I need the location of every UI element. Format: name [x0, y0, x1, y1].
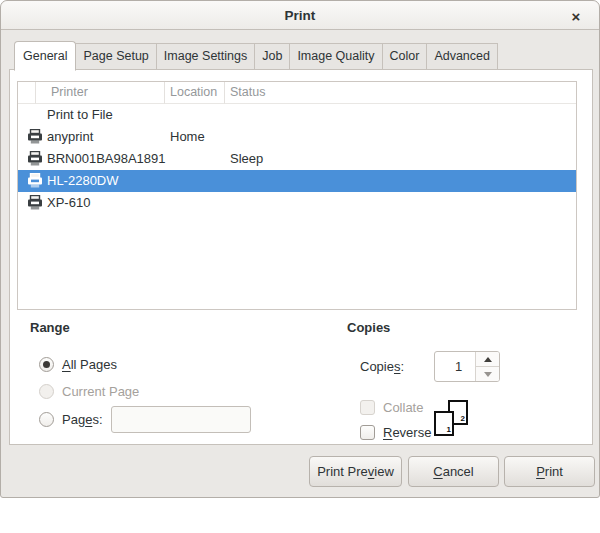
tab-general[interactable]: General — [14, 41, 76, 71]
printer-list-body: Print to FileanyprintHomeBRN001BA98A1891… — [18, 104, 576, 214]
tab-image-settings[interactable]: Image Settings — [156, 43, 255, 70]
tab-job[interactable]: Job — [254, 43, 290, 70]
tab-image-quality[interactable]: Image Quality — [289, 43, 382, 70]
copies-value[interactable]: 1 — [435, 352, 475, 381]
dialog-title: Print — [1, 1, 599, 30]
printer-list-header: Printer Location Status — [18, 82, 576, 104]
pages-label: Pages: — [62, 412, 103, 427]
collate-option: Collate — [360, 396, 423, 418]
close-icon[interactable]: × — [565, 5, 587, 27]
copies-count-label: Copies: — [360, 359, 404, 374]
column-header-status[interactable]: Status — [225, 82, 576, 104]
spin-down-button[interactable] — [476, 366, 499, 381]
pages-radio[interactable] — [39, 412, 54, 427]
printer-name: XP-610 — [47, 192, 90, 214]
print-dialog: Print × GeneralPage SetupImage SettingsJ… — [0, 0, 600, 498]
cancel-button[interactable]: Cancel — [408, 456, 499, 487]
copies-field-row: Copies: — [360, 355, 404, 377]
printer-name: anyprint — [47, 126, 93, 148]
spin-up-button[interactable] — [476, 352, 499, 366]
printer-status: Sleep — [230, 148, 263, 170]
tab-color[interactable]: Color — [382, 43, 428, 70]
tab-bar: GeneralPage SetupImage SettingsJobImage … — [15, 42, 498, 70]
reverse-option[interactable]: Reverse — [360, 421, 431, 443]
copies-group-title: Copies — [347, 320, 390, 335]
printer-row-xp-610[interactable]: XP-610 — [18, 192, 576, 214]
tab-page-setup[interactable]: Page Setup — [75, 43, 156, 70]
tab-advanced[interactable]: Advanced — [426, 43, 498, 70]
collate-page-front: 1 — [434, 411, 454, 436]
column-header-icon[interactable] — [18, 82, 36, 104]
column-header-location[interactable]: Location — [165, 82, 225, 104]
all-pages-label: All Pages — [62, 357, 117, 372]
notebook-page-general: Printer Location Status Print to Fileany… — [9, 69, 593, 445]
range-group-title: Range — [30, 320, 70, 335]
printer-name: Print to File — [47, 104, 113, 126]
pages-input[interactable] — [111, 406, 251, 433]
printer-location: Home — [170, 126, 205, 148]
printer-row-brn001ba98a1891[interactable]: BRN001BA98A1891Sleep — [18, 148, 576, 170]
reverse-label: Reverse — [383, 425, 431, 440]
printer-name: BRN001BA98A1891 — [47, 148, 166, 170]
printer-name: HL-2280DW — [47, 170, 119, 192]
current-page-label: Current Page — [62, 384, 139, 399]
copies-spinbutton[interactable]: 1 — [434, 351, 500, 382]
current-page-option: Current Page — [39, 380, 139, 402]
printer-row-hl-2280dw[interactable]: HL-2280DW — [18, 170, 576, 192]
reverse-checkbox[interactable] — [360, 425, 375, 440]
column-header-printer[interactable]: Printer — [36, 82, 165, 104]
arrow-down-icon — [484, 372, 492, 377]
printer-icon — [27, 151, 43, 167]
spin-buttons — [475, 352, 499, 381]
all-pages-radio[interactable] — [39, 357, 54, 372]
screen: Print × GeneralPage SetupImage SettingsJ… — [0, 0, 600, 533]
printer-icon — [27, 129, 43, 145]
all-pages-option[interactable]: All Pages — [39, 353, 117, 375]
print-preview-button[interactable]: Print Preview — [309, 456, 402, 487]
collate-label: Collate — [383, 400, 423, 415]
printer-row-anyprint[interactable]: anyprintHome — [18, 126, 576, 148]
collate-preview-icon: 2 1 — [434, 400, 468, 436]
collate-checkbox — [360, 400, 375, 415]
arrow-up-icon — [484, 357, 492, 362]
printer-icon — [27, 195, 43, 211]
printer-list: Printer Location Status Print to Fileany… — [17, 81, 577, 310]
window-titlebar[interactable]: Print × — [1, 1, 599, 30]
print-button[interactable]: Print — [504, 456, 595, 487]
pages-option[interactable]: Pages: — [39, 408, 251, 430]
current-page-radio — [39, 384, 54, 399]
printer-row-print-to-file[interactable]: Print to File — [18, 104, 576, 126]
printer-icon — [27, 173, 43, 189]
